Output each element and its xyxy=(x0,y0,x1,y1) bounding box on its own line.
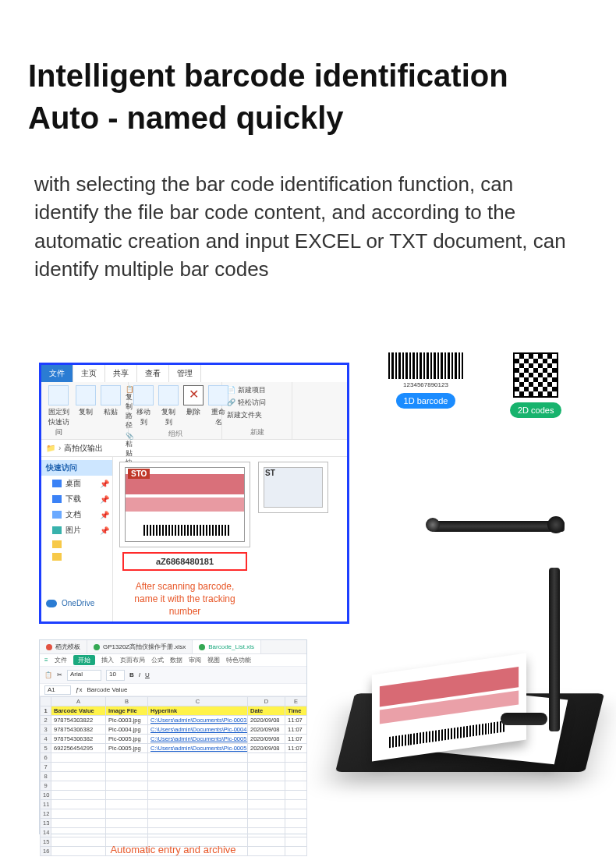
barcode-badges: 1234567890123 1D barcode 2D codes xyxy=(388,352,561,418)
sidebar-item-folder2[interactable] xyxy=(41,551,112,563)
sidebar-item-pictures[interactable]: 图片📌 xyxy=(41,522,112,538)
barcode-icon xyxy=(143,525,229,536)
ribbon-new-folder[interactable]: 新建文件夹 xyxy=(227,410,262,420)
sidebar-item-folder1[interactable] xyxy=(41,538,112,551)
sheet-tab-2[interactable]: GP1320Z高拍仪操作手册.xlsx xyxy=(87,640,193,653)
table-row[interactable]: 8 xyxy=(41,772,307,781)
ribbon-moveto: 移动到 xyxy=(133,407,154,427)
tab-view[interactable]: 查看 xyxy=(137,365,169,382)
menu-view[interactable]: 视图 xyxy=(207,656,220,664)
copy-icon[interactable] xyxy=(76,385,96,405)
tab-file[interactable]: 文件 xyxy=(41,365,73,382)
headline: Intelligent barcode identification Auto … xyxy=(0,0,616,139)
ribbon-delete: 删除 xyxy=(183,407,204,417)
ribbon-group-org: 组织 xyxy=(133,427,217,441)
barcode-1d-label: 1D barcode xyxy=(396,393,456,409)
folder-icon xyxy=(52,553,62,561)
sidebar-item-documents[interactable]: 文档📌 xyxy=(41,507,112,522)
sheet-tabs: 稻壳模板 GP1320Z高拍仪操作手册.xlsx Barcode_List.xl… xyxy=(40,640,306,654)
menu-layout[interactable]: 页面布局 xyxy=(120,656,145,664)
sidebar-item-downloads[interactable]: 下载📌 xyxy=(41,491,112,507)
folder-icon xyxy=(52,540,62,548)
scanner-controls xyxy=(501,713,547,725)
paste-icon[interactable]: 📋 xyxy=(44,671,52,678)
download-icon xyxy=(52,495,62,503)
moveto-icon[interactable] xyxy=(133,385,154,405)
fx-value: Barcode Value xyxy=(87,686,127,693)
italic-icon[interactable]: I xyxy=(139,671,140,678)
cell-ref[interactable]: A1 xyxy=(44,685,71,695)
formula-bar: A1 ƒx Barcode Value xyxy=(40,684,306,696)
cloud-icon xyxy=(46,600,57,607)
sidebar-item-desktop[interactable]: 桌面📌 xyxy=(41,476,112,491)
copyto-icon[interactable] xyxy=(158,385,179,405)
sheet-caption: Automatic entry and archive xyxy=(39,844,307,855)
spreadsheet-window: 稻壳模板 GP1320Z高拍仪操作手册.xlsx Barcode_List.xl… xyxy=(39,639,307,834)
sidebar-onedrive[interactable]: OneDrive xyxy=(41,594,112,612)
tab-manage[interactable]: 管理 xyxy=(169,365,201,382)
table-row[interactable]: 12 xyxy=(41,809,307,819)
pin-icon[interactable] xyxy=(48,385,69,405)
sidebar-quick-access[interactable]: 快速访问 xyxy=(41,460,112,476)
scanner-joint xyxy=(547,516,565,533)
scanner-product xyxy=(335,513,593,786)
tab-share[interactable]: 共享 xyxy=(105,365,137,382)
scanner-arm-horizontal xyxy=(432,521,565,532)
menu-home[interactable]: 开始 xyxy=(73,655,95,665)
barcode-2d-label: 2D codes xyxy=(510,402,561,418)
document-thumbnail[interactable]: STO xyxy=(119,462,250,547)
ribbon-copy: 复制 xyxy=(76,407,96,417)
table-row[interactable]: 14 xyxy=(41,828,307,837)
table-row[interactable]: 3978754306382Pic-0004.jpgC:\Users\admin\… xyxy=(41,725,307,735)
table-row[interactable]: 7 xyxy=(41,763,307,772)
col-time: Time xyxy=(285,706,307,716)
headline-line1: Intelligent barcode identification xyxy=(28,58,508,93)
headline-line2: Auto - named quickly xyxy=(28,101,344,135)
col-date: Date xyxy=(248,706,285,716)
table-row[interactable]: 2978754303822Pic-0003.jpgC:\Users\admin\… xyxy=(41,716,307,725)
underline-icon[interactable]: U xyxy=(145,671,150,678)
menu-insert[interactable]: 插入 xyxy=(101,656,114,664)
pictures-icon xyxy=(52,526,62,534)
ribbon-pin: 固定到快速访问 xyxy=(46,407,71,437)
ribbon-group-new: 新建 xyxy=(227,426,287,439)
font-size-select[interactable]: 10 xyxy=(106,670,125,681)
documents-icon xyxy=(52,511,62,519)
table-row[interactable]: 13 xyxy=(41,819,307,828)
spreadsheet-grid[interactable]: ABCDE 1 Barcode Value Image File Hyperli… xyxy=(40,696,307,856)
table-row[interactable]: 6 xyxy=(41,753,307,763)
sheet-tab-1[interactable]: 稻壳模板 xyxy=(40,640,87,653)
sheet-toolbar: 📋 ✂ Arial 10 B I U xyxy=(40,667,306,684)
folder-icon: 📁 xyxy=(46,444,55,452)
menu-data[interactable]: 数据 xyxy=(170,656,182,664)
menu-review[interactable]: 审阅 xyxy=(189,656,201,664)
menu-file[interactable]: 文件 xyxy=(55,656,67,664)
cut-icon[interactable]: ✂ xyxy=(57,671,62,678)
table-row[interactable]: 4978754306382Pic-0005.jpgC:\Users\admin\… xyxy=(41,735,307,744)
table-row[interactable]: 5692256454295Pic-0005.jpgC:\Users\admin\… xyxy=(41,744,307,753)
col-link: Hyperlink xyxy=(148,706,248,716)
filename-highlight: aZ6868480181 xyxy=(122,552,247,571)
sheet-tab-3[interactable]: Barcode_List.xls xyxy=(193,640,261,653)
description: with selecting the bar code identificati… xyxy=(0,139,616,284)
ribbon-new-item[interactable]: 📄 新建项目 xyxy=(227,385,266,395)
barcode-1d-icon xyxy=(388,352,463,379)
tab-home[interactable]: 主页 xyxy=(73,365,105,382)
explorer-content: STO aZ6868480181 After scanning barcode,… xyxy=(113,457,347,621)
delete-icon[interactable]: ✕ xyxy=(183,385,204,405)
ribbon-easy-access[interactable]: 🔗 轻松访问 xyxy=(227,398,266,408)
table-row[interactable]: 10 xyxy=(41,791,307,800)
barcode-1d-number: 1234567890123 xyxy=(388,381,463,388)
table-row[interactable]: 9 xyxy=(41,781,307,791)
font-select[interactable]: Arial xyxy=(67,670,101,681)
paste-icon[interactable] xyxy=(101,385,121,405)
document-thumbnail-2[interactable] xyxy=(258,462,328,513)
bold-icon[interactable]: B xyxy=(129,671,134,678)
menu-formula[interactable]: 公式 xyxy=(151,656,164,664)
table-row[interactable]: 11 xyxy=(41,800,307,809)
scanner-lens xyxy=(426,518,440,532)
menu-features[interactable]: 特色功能 xyxy=(226,656,251,664)
col-barcode: Barcode Value xyxy=(51,706,106,716)
ribbon-paste: 粘贴 xyxy=(101,407,121,417)
explorer-sidebar: 快速访问 桌面📌 下载📌 文档📌 图片📌 OneDrive xyxy=(41,457,113,621)
